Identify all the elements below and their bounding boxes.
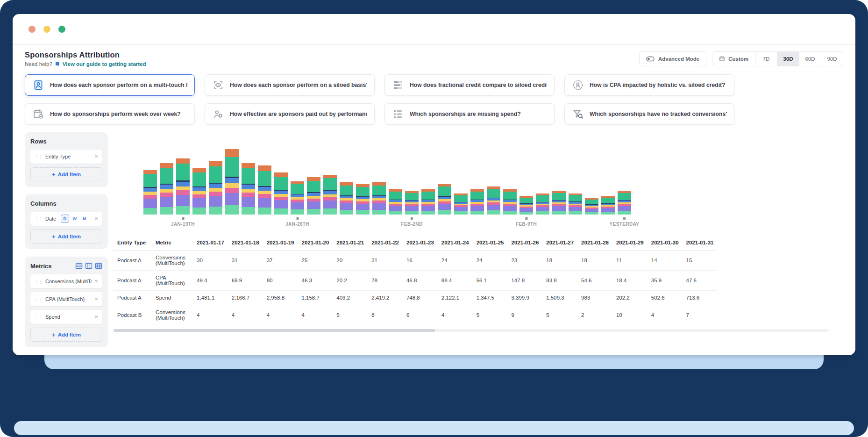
column-item[interactable]: ⋮⋮DateDWM✕ — [30, 212, 102, 226]
chart-bar[interactable] — [585, 198, 598, 215]
remove-item-icon[interactable]: ✕ — [92, 297, 98, 301]
value-cell: 31 — [228, 251, 263, 271]
chart-bar[interactable] — [618, 191, 631, 215]
range-button-30d[interactable]: 30D — [777, 52, 799, 66]
metrics-view-rows-icon[interactable] — [75, 262, 83, 270]
chart-bar[interactable] — [274, 172, 288, 215]
chart-segment-mint — [356, 210, 370, 215]
chart-bar[interactable] — [307, 177, 320, 215]
metric-item[interactable]: ⋮⋮CPA (MultiTouch)✕ — [30, 292, 102, 306]
metrics-view-grid-icon[interactable] — [95, 262, 102, 270]
chart-segment-orange — [242, 163, 255, 168]
drag-handle-icon[interactable]: ⋮⋮ — [35, 216, 42, 222]
remove-item-icon[interactable]: ✕ — [92, 216, 98, 221]
minimize-window-button[interactable] — [43, 26, 50, 33]
chart-bar[interactable] — [405, 191, 419, 215]
drag-handle-icon[interactable]: ⋮⋮ — [35, 154, 42, 159]
range-button-7d[interactable]: 7D — [755, 52, 777, 66]
question-card[interactable]: How does fractional credit compare to si… — [384, 74, 555, 96]
question-card[interactable]: How is CPA impacted by holistic vs. silo… — [564, 74, 734, 96]
chart-bar[interactable] — [389, 189, 402, 215]
question-card[interactable]: How effective are sponsors paid out by p… — [205, 103, 375, 125]
metrics-add-item-button[interactable]: + Add Item — [30, 328, 102, 342]
chart-bar[interactable] — [340, 182, 353, 215]
question-card[interactable]: How does each sponsor perform on a siloe… — [205, 74, 375, 96]
drag-handle-icon[interactable]: ⋮⋮ — [35, 315, 42, 320]
chart-bar[interactable] — [160, 163, 173, 215]
value-cell: 1,509.3 — [542, 291, 577, 305]
remove-item-icon[interactable]: ✕ — [92, 279, 98, 284]
chart-bar[interactable] — [438, 184, 451, 215]
chart-bar[interactable] — [192, 168, 206, 215]
value-cell: 20 — [333, 251, 368, 271]
rows-add-item-button[interactable]: + Add Item — [30, 167, 102, 181]
metrics-view-columns-icon[interactable] — [85, 262, 92, 270]
chart-segment-orange — [258, 165, 271, 171]
granularity-m-button[interactable]: M — [80, 215, 89, 223]
value-cell: 14 — [647, 251, 683, 271]
custom-range-button[interactable]: Custom — [712, 52, 755, 66]
columns-add-item-button[interactable]: + Add Item — [30, 229, 102, 244]
chart-bar[interactable] — [258, 165, 271, 215]
remove-item-icon[interactable]: ✕ — [92, 315, 98, 319]
chart-segment-emerald — [323, 178, 337, 190]
chart-bar[interactable] — [209, 161, 222, 215]
question-card[interactable]: Which sponsorships have no tracked conve… — [564, 103, 734, 125]
zoom-window-button[interactable] — [58, 26, 65, 33]
drag-handle-icon[interactable]: ⋮⋮ — [35, 297, 42, 302]
chart-segment-emerald — [274, 177, 288, 190]
question-card[interactable]: How does each sponsor perform on a multi… — [25, 74, 195, 96]
chart-bar[interactable] — [323, 175, 337, 215]
chart-bar[interactable] — [487, 186, 500, 215]
chart-bar[interactable] — [552, 191, 566, 215]
value-cell: 5 — [333, 305, 368, 325]
chart-bar[interactable] — [143, 170, 157, 215]
chart-bar[interactable] — [225, 149, 239, 215]
page-header-titles: Sponsorships Attribution Need help? View… — [25, 50, 146, 67]
remove-item-icon[interactable]: ✕ — [92, 154, 98, 159]
value-cell: 18 — [542, 251, 577, 271]
metric-item[interactable]: ⋮⋮Spend✕ — [30, 310, 102, 324]
chart-segment-purple — [421, 206, 435, 211]
granularity-w-button[interactable]: W — [71, 215, 79, 223]
chart-bar[interactable] — [519, 196, 533, 215]
value-cell: 46.3 — [298, 271, 333, 291]
advanced-mode-button[interactable]: Advanced Mode — [639, 51, 706, 66]
column-header: 2021-01-19 — [263, 235, 298, 251]
range-button-60d[interactable]: 60D — [799, 52, 821, 66]
horizontal-scrollbar[interactable] — [114, 329, 829, 332]
chart-bar[interactable] — [176, 158, 190, 215]
value-cell: 15 — [683, 251, 718, 271]
chart-segment-emerald — [585, 200, 598, 204]
close-window-button[interactable] — [28, 26, 36, 33]
chart-segment-blue — [209, 184, 222, 188]
chart-bar[interactable] — [372, 182, 386, 215]
drag-handle-icon[interactable]: ⋮⋮ — [35, 279, 42, 284]
question-card[interactable]: How do sponsorships perform week over we… — [25, 103, 195, 125]
range-button-90d[interactable]: 90D — [821, 52, 843, 66]
chart-segment-purple — [438, 204, 451, 210]
chart-bar[interactable] — [569, 193, 582, 215]
metric-item[interactable]: ⋮⋮Conversions (MultiTouch)✕ — [30, 274, 102, 288]
chart-segment-mint — [421, 211, 435, 215]
chart-bar[interactable] — [601, 196, 615, 215]
question-card[interactable]: Which sponsorships are missing spend? — [384, 103, 555, 125]
axis-tick: YESTERDAY — [610, 217, 640, 227]
chart-segment-blue — [160, 185, 173, 189]
chart-bar[interactable] — [470, 189, 484, 215]
chart-bar[interactable] — [242, 163, 255, 215]
chart-bar[interactable] — [454, 193, 468, 215]
chart-bar[interactable] — [421, 189, 435, 215]
chart-bar[interactable] — [291, 181, 304, 215]
chart-bar[interactable] — [536, 193, 549, 215]
axis-tick-label: YESTERDAY — [610, 222, 640, 227]
granularity-d-button[interactable]: D — [61, 215, 69, 223]
chart-bar[interactable] — [356, 184, 370, 215]
guide-link[interactable]: View our guide to getting started — [63, 61, 146, 67]
chart-segment-emerald — [470, 192, 484, 200]
scrollbar-thumb[interactable] — [114, 329, 435, 332]
chart-bar[interactable] — [503, 189, 517, 215]
row-item[interactable]: ⋮⋮Entity Type✕ — [30, 150, 102, 164]
chart-segment-purple — [209, 196, 222, 207]
value-cell: 983 — [577, 291, 612, 305]
